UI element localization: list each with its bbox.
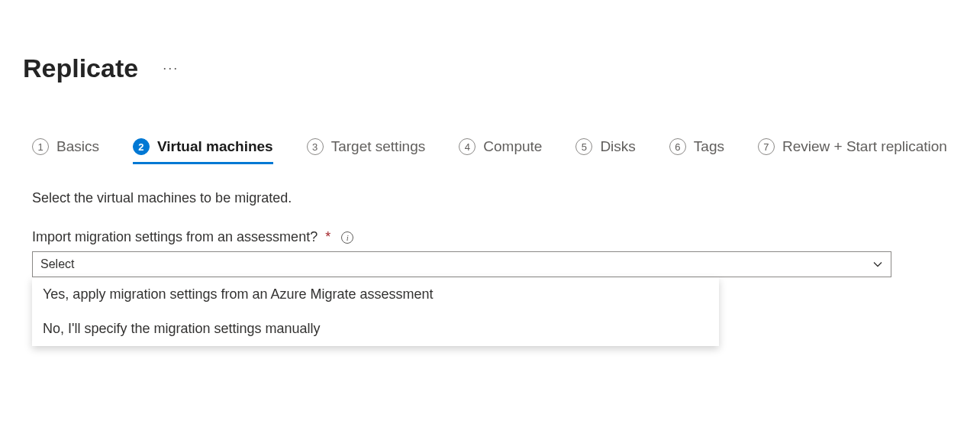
- tab-step-1[interactable]: 1Basics: [32, 138, 99, 163]
- select-value: Select: [40, 257, 74, 271]
- more-actions-icon[interactable]: ···: [160, 57, 182, 79]
- import-settings-label-row: Import migration settings from an assess…: [32, 229, 957, 245]
- required-indicator: *: [325, 229, 330, 245]
- tab-step-7[interactable]: 7Review + Start replication: [758, 138, 947, 163]
- dropdown-option[interactable]: No, I'll specify the migration settings …: [32, 312, 719, 346]
- step-number-badge: 6: [669, 138, 686, 155]
- step-number-badge: 3: [307, 138, 324, 155]
- tab-step-5[interactable]: 5Disks: [575, 138, 635, 163]
- tab-label: Target settings: [331, 138, 426, 155]
- tab-label: Virtual machines: [157, 138, 273, 155]
- tab-label: Basics: [56, 138, 99, 155]
- dropdown-option[interactable]: Yes, apply migration settings from an Az…: [32, 277, 719, 312]
- import-settings-label: Import migration settings from an assess…: [32, 229, 318, 245]
- step-number-badge: 1: [32, 138, 49, 155]
- import-settings-dropdown: Yes, apply migration settings from an Az…: [32, 277, 719, 346]
- tab-step-6[interactable]: 6Tags: [669, 138, 724, 163]
- step-number-badge: 7: [758, 138, 775, 155]
- info-icon[interactable]: i: [341, 231, 353, 244]
- tab-step-2[interactable]: 2Virtual machines: [133, 138, 273, 163]
- content-subtitle: Select the virtual machines to be migrat…: [32, 190, 957, 206]
- page-title: Replicate: [23, 53, 138, 83]
- page-header: Replicate ···: [23, 53, 957, 83]
- tab-label: Disks: [600, 138, 635, 155]
- tab-step-4[interactable]: 4Compute: [459, 138, 542, 163]
- step-number-badge: 4: [459, 138, 475, 155]
- tab-label: Tags: [694, 138, 724, 155]
- tab-label: Compute: [483, 138, 542, 155]
- step-number-badge: 2: [133, 138, 150, 155]
- step-tabs: 1Basics2Virtual machines3Target settings…: [23, 138, 957, 163]
- tab-step-3[interactable]: 3Target settings: [307, 138, 426, 163]
- import-settings-select[interactable]: Select: [32, 251, 891, 277]
- chevron-down-icon: [872, 259, 883, 270]
- step-number-badge: 5: [575, 138, 592, 155]
- tab-label: Review + Start replication: [782, 138, 947, 155]
